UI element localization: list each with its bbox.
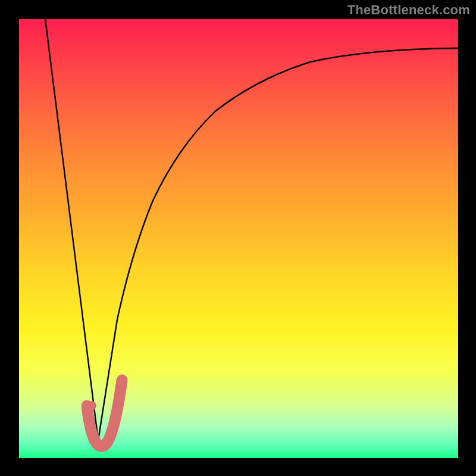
outer-frame: TheBottleneck.com (0, 0, 476, 476)
watermark-text: TheBottleneck.com (347, 2, 470, 18)
curve-layer (19, 19, 458, 458)
plot-area (19, 19, 458, 458)
left-descent-curve (45, 19, 98, 440)
right-ascending-curve (98, 48, 458, 440)
